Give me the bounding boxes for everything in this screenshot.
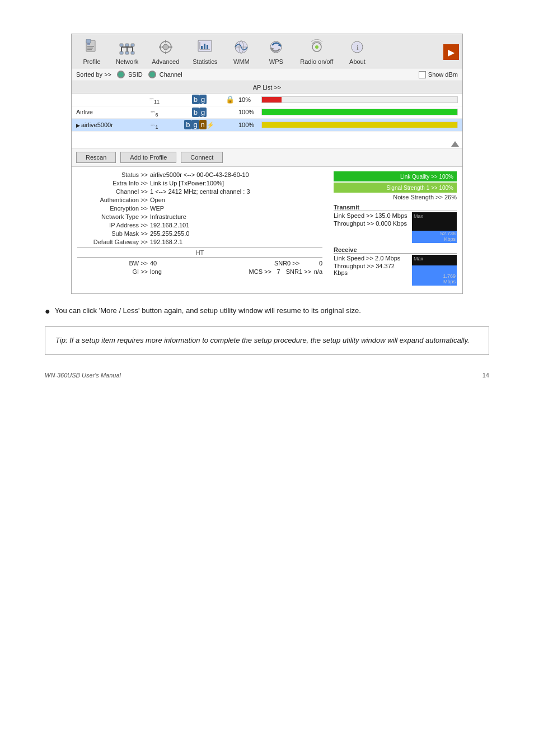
tab-advanced[interactable]: Advanced xyxy=(146,36,185,68)
ssid-radio-group[interactable]: SSID xyxy=(117,71,143,78)
ap-row-3[interactable]: ▶airlive5000r ⎓1 bgn⚡ 100% xyxy=(72,119,462,132)
ip-label: IP Address >> xyxy=(77,222,150,228)
bullet-text: You can click 'More / Less' button again… xyxy=(55,305,361,316)
more-less-button[interactable]: ▶ xyxy=(443,44,459,60)
advanced-icon xyxy=(158,39,174,57)
ap-list-container: AP List >> ⎓11 bg 🔒 10% xyxy=(72,81,462,148)
add-to-profile-button[interactable]: Add to Profile xyxy=(120,152,176,163)
gi-value: long xyxy=(150,268,243,275)
rescan-button[interactable]: Rescan xyxy=(76,152,116,163)
tab-statistics[interactable]: Statistics xyxy=(186,36,223,68)
ip-value: 192.168.2.101 xyxy=(150,222,322,228)
tx-link-speed-label: Link Speed >> xyxy=(334,212,373,219)
transmit-bar-chart: Max 52.736 Kbps xyxy=(412,212,457,243)
transmit-section: Transmit Link Speed >> 135.0 Mbps xyxy=(334,204,457,243)
tx-max-label: Max xyxy=(414,213,423,219)
channel-label: Channel >> xyxy=(77,188,150,195)
signal-strength-bar: Signal Strength 1 >> 100% xyxy=(334,183,457,193)
ap-name-2: Airlive xyxy=(76,109,132,115)
auth-value: Open xyxy=(150,197,322,203)
channel-radio[interactable] xyxy=(148,71,156,78)
svg-point-22 xyxy=(161,46,163,48)
transmit-label: Transmit xyxy=(334,204,457,211)
ap-row-1[interactable]: ⎓11 bg 🔒 10% xyxy=(72,94,462,106)
scroll-up-indicator[interactable] xyxy=(451,141,459,147)
rx-throughput-label: Throughput >> xyxy=(334,263,374,269)
sorted-by-label: Sorted by >> xyxy=(76,71,111,78)
ap-list-header: AP List >> xyxy=(72,81,462,94)
ap-channel-1: ⎓11 xyxy=(132,95,177,105)
mcs-value: 7 xyxy=(277,268,280,275)
enc-value: WEP xyxy=(150,205,322,212)
status-label: Status >> xyxy=(77,171,150,178)
tx-link-speed-val: 135.0 Mbps xyxy=(375,212,407,219)
tab-network[interactable]: Network xyxy=(110,36,144,68)
tx-link-speed-row: Link Speed >> 135.0 Mbps xyxy=(334,212,407,219)
tab-radio[interactable]: Radio on/off xyxy=(294,36,339,68)
extra-info-row: Extra Info >> Link is Up [TxPower:100%] xyxy=(77,180,322,186)
tx-throughput-label: Throughput >> xyxy=(334,220,374,227)
status-value: airlive5000r <--> 00-0C-43-28-60-10 xyxy=(150,171,322,178)
rx-link-speed-label: Link Speed >> xyxy=(334,255,373,262)
enc-row: Encryption >> WEP xyxy=(77,205,322,212)
rx-max-label: Max xyxy=(414,256,423,262)
tab-wps[interactable]: WPS xyxy=(259,36,293,68)
svg-rect-12 xyxy=(131,44,134,46)
status-right: Link Quality >> 100% Signal Strength 1 >… xyxy=(334,171,457,289)
bw-snr0-row: BW >> 40 SNR0 >> 0 xyxy=(77,260,322,267)
snr1-label: SNR1 >> xyxy=(286,268,314,275)
tx-bar-val: 52.736 Kbps xyxy=(440,231,456,242)
subnet-label: Sub Mask >> xyxy=(77,230,150,237)
receive-bar-chart: Max 1.769 Mbps xyxy=(412,255,457,286)
footer-right: 14 xyxy=(483,372,489,379)
ap-modes-1: bg xyxy=(177,95,222,104)
subnet-row: Sub Mask >> 255.255.255.0 xyxy=(77,230,322,237)
extra-info-value: Link is Up [TxPower:100%] xyxy=(150,180,322,186)
bullet-point: ● You can click 'More / Less' button aga… xyxy=(45,305,489,318)
ap-modes-2: bg xyxy=(177,108,222,116)
tab-bar: Profile xyxy=(72,34,462,68)
receive-speeds: Link Speed >> 2.0 Mbps Throughput >> 34.… xyxy=(334,255,407,277)
ap-row-2[interactable]: Airlive ⎓6 bg 100% xyxy=(72,106,462,119)
network-type-value: Infrastructure xyxy=(150,213,322,220)
tx-throughput-row: Throughput >> 0.000 Kbps xyxy=(334,220,407,227)
bw-label: BW >> xyxy=(77,260,150,267)
bullet-dot: ● xyxy=(45,305,50,318)
connect-button[interactable]: Connect xyxy=(181,152,223,163)
noise-strength-label: Noise Strength >> 26% xyxy=(334,194,457,200)
radio-icon xyxy=(309,39,325,57)
show-dbn-checkbox[interactable] xyxy=(419,71,426,78)
tab-about[interactable]: i About xyxy=(340,36,374,68)
ap-signal-2: 100% xyxy=(238,109,458,115)
rx-link-speed-row: Link Speed >> 2.0 Mbps xyxy=(334,255,407,262)
snr1-value: n/a xyxy=(314,268,322,275)
toolbar: Sorted by >> SSID Channel Show dBm xyxy=(72,68,462,81)
svg-rect-3 xyxy=(87,48,93,49)
tip-box: Tip: If a setup item requires more infor… xyxy=(45,326,489,355)
ap-channel-3: ⎓1 xyxy=(132,120,177,130)
quality-section: Link Quality >> 100% Signal Strength 1 >… xyxy=(334,171,457,200)
content-below: ● You can click 'More / Less' button aga… xyxy=(45,294,489,361)
tab-profile[interactable]: Profile xyxy=(75,36,109,68)
tab-network-label: Network xyxy=(116,58,138,65)
rx-link-speed-val: 2.0 Mbps xyxy=(375,255,400,262)
svg-rect-13 xyxy=(120,52,123,54)
transmit-speeds: Link Speed >> 135.0 Mbps Throughput >> 0… xyxy=(334,212,407,228)
ap-name-3: ▶airlive5000r xyxy=(76,122,132,128)
snr0-label: SNR0 >> xyxy=(274,260,319,267)
tab-wps-label: WPS xyxy=(269,58,283,65)
auth-label: Authentication >> xyxy=(77,197,150,203)
ip-row: IP Address >> 192.168.2.101 xyxy=(77,222,322,228)
ap-signal-3: 100% xyxy=(238,122,458,128)
wifi-utility-window: Profile xyxy=(71,34,463,294)
channel-radio-group[interactable]: Channel xyxy=(148,71,182,78)
ap-channel-2: ⎓6 xyxy=(132,108,177,118)
ssid-radio[interactable] xyxy=(117,71,125,78)
show-dbn-label: Show dBm xyxy=(428,71,458,78)
tab-wmm-label: WMM xyxy=(233,58,250,65)
network-type-label: Network Type >> xyxy=(77,213,150,220)
wps-icon xyxy=(268,39,284,57)
tab-wmm[interactable]: WMM xyxy=(224,36,258,68)
svg-rect-27 xyxy=(201,46,203,49)
show-dbn-group: Show dBm xyxy=(419,71,458,78)
